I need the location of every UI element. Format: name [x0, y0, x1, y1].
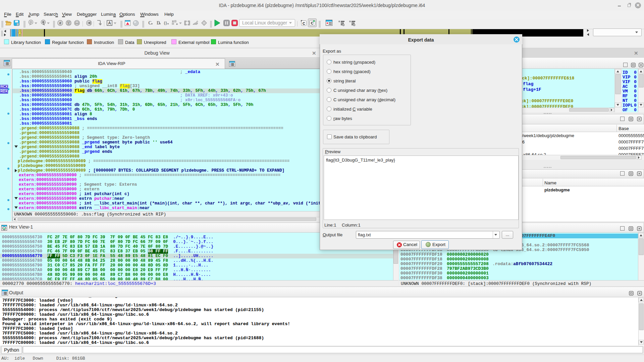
- svg-text:{}: {}: [164, 20, 167, 25]
- svg-text:C: C: [148, 20, 152, 25]
- svg-text:#: #: [59, 21, 61, 25]
- svg-text:xxx: xxx: [76, 22, 78, 24]
- svg-text:T: T: [67, 21, 69, 25]
- svg-text:A: A: [108, 21, 111, 25]
- svg-text:D: D: [157, 20, 160, 25]
- svg-text:C: C: [303, 21, 305, 25]
- svg-text:C: C: [311, 21, 314, 25]
